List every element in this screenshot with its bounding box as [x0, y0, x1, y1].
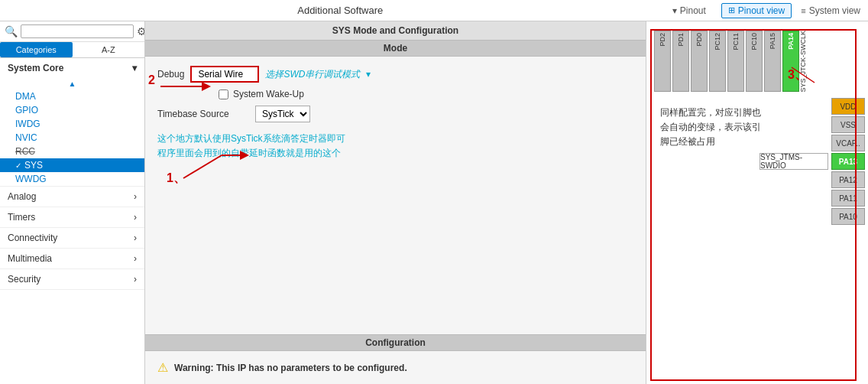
- security-chevron: ›: [134, 274, 137, 285]
- pinout-view-label: Pinout view: [738, 5, 785, 16]
- connectivity-chevron: ›: [134, 233, 137, 243]
- annotation-1: 1、: [167, 171, 186, 187]
- pin-pa15-label: PA15: [769, 33, 776, 49]
- connectivity-section: Connectivity ›: [0, 228, 144, 249]
- debug-value-box: Serial Wire: [190, 66, 259, 83]
- gear-icon[interactable]: ⚙: [137, 25, 145, 37]
- sidebar-item-dma[interactable]: DMA: [0, 89, 144, 103]
- sidebar: 🔍 ⚙ Categories A-Z System Core ▾ ▲ DMA: [0, 21, 145, 384]
- security-section: Security ›: [0, 269, 144, 290]
- pin-pd2-label: PD2: [659, 33, 666, 47]
- pin-box-pa12: PA12: [831, 171, 865, 188]
- mode-content: Debug Serial Wire 选择SWD串行调试模式 ▾ System W…: [145, 57, 646, 334]
- pin-box-vdd: VDD: [831, 98, 865, 115]
- sidebar-search-bar: 🔍 ⚙: [0, 21, 144, 42]
- search-icon: 🔍: [5, 25, 18, 37]
- pinout-dropdown-label: ▾ Pinout: [672, 5, 705, 16]
- sidebar-item-gpio[interactable]: GPIO: [0, 103, 144, 117]
- sidebar-tabs: Categories A-Z: [0, 42, 144, 58]
- hint-line1: 这个地方默认使用SysTick系统滴答定时器即可: [157, 132, 633, 146]
- sidebar-content: System Core ▾ ▲ DMA GPIO IWDG NVIC RCC ✓…: [0, 58, 144, 384]
- pin-row-pa13: SYS_JTMS-SWDIO PA13: [760, 153, 865, 170]
- pin-box-pa13: PA13: [831, 153, 865, 170]
- up-arrow: ▲: [0, 78, 144, 89]
- sys-check-icon: ✓: [15, 161, 21, 170]
- zh-annotation-line3: 脚已经被占用: [660, 135, 798, 149]
- pin-signal-pa13: SYS_JTMS-SWDIO: [760, 153, 828, 170]
- system-core-header[interactable]: System Core ▾: [0, 58, 144, 78]
- system-core-label: System Core: [8, 63, 63, 73]
- system-wakeup-checkbox[interactable]: [219, 89, 228, 99]
- sys-label: SYS: [24, 160, 43, 171]
- pin-row-pa10: PA10: [760, 208, 865, 225]
- timers-label: Timers: [8, 212, 35, 223]
- hint-line2: 程序里面会用到的自带延时函数就是用的这个: [157, 146, 633, 161]
- system-view-tab[interactable]: ≡ System view: [801, 5, 860, 16]
- config-section-title: Configuration: [145, 334, 646, 351]
- sidebar-item-nvic[interactable]: NVIC: [0, 131, 144, 145]
- pin-box-vss: VSS: [831, 116, 865, 133]
- timers-header[interactable]: Timers ›: [0, 207, 144, 227]
- multimedia-header[interactable]: Multimedia ›: [0, 249, 144, 268]
- dropdown-arrow[interactable]: ▾: [366, 69, 371, 80]
- right-panel: PD2 PD1 PD0 PC12 PC11: [646, 21, 868, 384]
- zh-annotation-line2: 会自动的变绿，表示该引: [660, 120, 798, 135]
- pin-pd1: PD1: [672, 31, 689, 92]
- config-content: ⚠ Warning: This IP has no parameters to …: [145, 351, 646, 384]
- debug-row: Debug Serial Wire 选择SWD串行调试模式 ▾: [157, 66, 633, 83]
- sidebar-item-wwdg[interactable]: WWDG: [0, 172, 144, 186]
- pin-pc10-label: PC10: [750, 33, 758, 50]
- pin-box-vcap: VCAP..: [831, 135, 865, 151]
- top-bar-title: Additional Software: [8, 5, 672, 16]
- multimedia-section: Multimedia ›: [0, 249, 144, 269]
- timebase-row: Timebase Source SysTick: [157, 106, 633, 122]
- dropdown-hint-text: 选择SWD串行调试模式: [265, 68, 360, 81]
- security-header[interactable]: Security ›: [0, 269, 144, 289]
- pin-pd0-label: PD0: [695, 33, 703, 47]
- search-input[interactable]: [21, 24, 134, 38]
- sidebar-item-iwdg[interactable]: IWDG: [0, 117, 144, 131]
- timers-chevron: ›: [134, 212, 137, 223]
- debug-label: Debug: [157, 69, 184, 80]
- vertical-pins-container: PD2 PD1 PD0 PC12 PC11: [654, 31, 799, 92]
- sidebar-item-rcc[interactable]: RCC: [0, 145, 144, 158]
- annotation-2: 2: [148, 73, 155, 87]
- system-core-chevron: ▾: [132, 63, 137, 73]
- security-label: Security: [8, 274, 40, 285]
- pin-pc10: PC10: [746, 31, 763, 92]
- sidebar-item-sys[interactable]: ✓ SYS: [0, 158, 144, 172]
- analog-label: Analog: [8, 191, 36, 202]
- analog-chevron: ›: [134, 191, 137, 202]
- mode-section-title: Mode: [145, 41, 646, 57]
- connectivity-label: Connectivity: [8, 233, 57, 243]
- mode-config-title: SYS Mode and Configuration: [145, 21, 646, 41]
- pin-box-pa10: PA10: [831, 208, 865, 225]
- timebase-select[interactable]: SysTick: [255, 106, 310, 122]
- pin-row-pa12: PA12: [760, 171, 865, 188]
- analog-section: Analog ›: [0, 187, 144, 207]
- analog-header[interactable]: Analog ›: [0, 187, 144, 207]
- tab-categories[interactable]: Categories: [0, 42, 73, 57]
- system-wakeup-row: System Wake-Up: [219, 89, 633, 99]
- pin-pc11: PC11: [727, 31, 744, 92]
- pin-pd1-label: PD1: [677, 33, 685, 47]
- multimedia-chevron: ›: [134, 253, 137, 264]
- system-core-section: System Core ▾ ▲ DMA GPIO IWDG NVIC RCC ✓…: [0, 58, 144, 187]
- multimedia-label: Multimedia: [8, 253, 52, 264]
- pinout-view-tab[interactable]: ⊞ Pinout view: [721, 3, 792, 18]
- center-panel: SYS Mode and Configuration Mode Debug Se…: [145, 21, 646, 384]
- pin-pd0: PD0: [691, 31, 708, 92]
- pin-row-pa11: PA11: [760, 190, 865, 207]
- system-view-label: System view: [809, 5, 860, 16]
- pin-box-pa11: PA11: [831, 190, 865, 207]
- hint-text: 这个地方默认使用SysTick系统滴答定时器即可 程序里面会用到的自带延时函数就…: [157, 132, 633, 161]
- warning-text: Warning: This IP has no parameters to be…: [174, 363, 407, 373]
- pin-pa15: PA15: [764, 31, 781, 92]
- connectivity-header[interactable]: Connectivity ›: [0, 228, 144, 248]
- tab-atoz[interactable]: A-Z: [73, 42, 145, 57]
- warning-row: ⚠ Warning: This IP has no parameters to …: [157, 360, 633, 375]
- timebase-label: Timebase Source: [157, 109, 249, 119]
- swclk-label-container: SYS_JTCK-SWCLK: [795, 31, 811, 99]
- pin-pc11-label: PC11: [732, 33, 740, 50]
- pin-pa14-label: PA14: [787, 33, 795, 50]
